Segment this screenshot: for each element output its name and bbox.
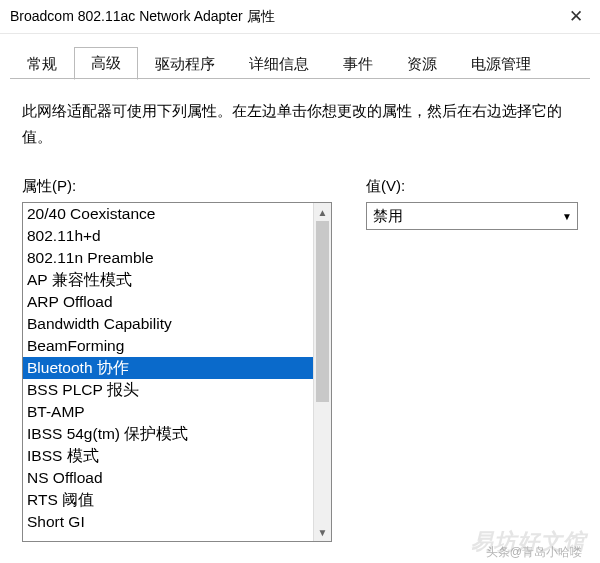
- property-item[interactable]: AP 兼容性模式: [23, 269, 313, 291]
- property-item[interactable]: ARP Offload: [23, 291, 313, 313]
- property-item[interactable]: NS Offload: [23, 467, 313, 489]
- tab-strip: 常规高级驱动程序详细信息事件资源电源管理: [0, 34, 600, 79]
- property-item[interactable]: Bandwidth Capability: [23, 313, 313, 335]
- property-item[interactable]: BSS PLCP 报头: [23, 379, 313, 401]
- window-title: Broadcom 802.11ac Network Adapter 属性: [10, 8, 275, 26]
- scroll-up-icon[interactable]: ▲: [314, 203, 331, 221]
- property-item[interactable]: 802.11n Preamble: [23, 247, 313, 269]
- tab-5[interactable]: 资源: [390, 48, 454, 80]
- scroll-down-icon[interactable]: ▼: [314, 523, 331, 541]
- value-selected: 禁用: [367, 207, 557, 226]
- property-item[interactable]: Bluetooth 协作: [23, 357, 313, 379]
- property-label: 属性(P):: [22, 177, 332, 196]
- tab-underline: [10, 78, 590, 79]
- tab-6[interactable]: 电源管理: [454, 48, 548, 80]
- property-item[interactable]: BT-AMP: [23, 401, 313, 423]
- property-listbox[interactable]: 20/40 Coexistance802.11h+d802.11n Preamb…: [22, 202, 332, 542]
- scrollbar[interactable]: ▲ ▼: [313, 203, 331, 541]
- tab-4[interactable]: 事件: [326, 48, 390, 80]
- close-button[interactable]: ✕: [556, 2, 596, 32]
- chevron-down-icon: ▼: [557, 203, 577, 229]
- tab-2[interactable]: 驱动程序: [138, 48, 232, 80]
- value-dropdown[interactable]: 禁用 ▼: [366, 202, 578, 230]
- property-item[interactable]: BeamForming: [23, 335, 313, 357]
- property-item[interactable]: 802.11h+d: [23, 225, 313, 247]
- tab-1[interactable]: 高级: [74, 47, 138, 80]
- property-item[interactable]: IBSS 模式: [23, 445, 313, 467]
- value-label: 值(V):: [366, 177, 578, 196]
- property-item[interactable]: Short GI: [23, 511, 313, 533]
- description-text: 此网络适配器可使用下列属性。在左边单击你想更改的属性，然后在右边选择它的值。: [22, 98, 578, 149]
- tab-0[interactable]: 常规: [10, 48, 74, 80]
- tab-3[interactable]: 详细信息: [232, 48, 326, 80]
- property-item[interactable]: 20/40 Coexistance: [23, 203, 313, 225]
- scroll-thumb[interactable]: [316, 221, 329, 402]
- property-item[interactable]: IBSS 54g(tm) 保护模式: [23, 423, 313, 445]
- property-item[interactable]: RTS 阈值: [23, 489, 313, 511]
